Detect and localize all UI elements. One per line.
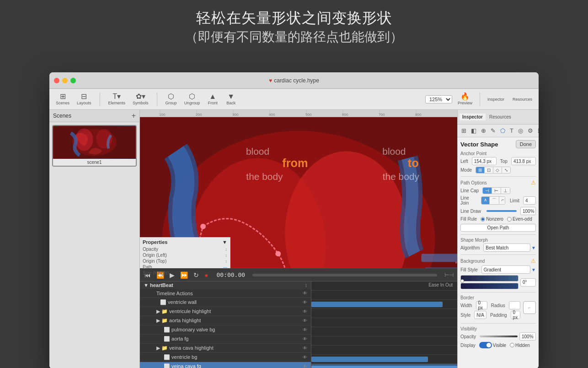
mode-btn-2[interactable]: ⊡ [485, 167, 493, 173]
eye-icon-5[interactable]: 👁 [303, 336, 307, 341]
line-draw-value[interactable]: 100% [520, 207, 536, 215]
close-button[interactable] [54, 78, 59, 83]
inspector-icon-info[interactable]: ℹ [537, 126, 539, 135]
done-button[interactable]: Done [516, 140, 536, 148]
nonzero-option[interactable]: Nonzero [481, 216, 503, 222]
eye-icon-8[interactable]: 👁 [303, 364, 307, 368]
mode-btn-1[interactable]: ⊞ [476, 167, 485, 173]
traffic-lights [54, 78, 76, 83]
timeline-progress[interactable] [252, 274, 437, 276]
prop-collapse[interactable]: ▼ [222, 239, 227, 245]
mode-btn-3[interactable]: ◇ [493, 167, 502, 173]
inspector-icon-layers[interactable]: ◧ [470, 126, 477, 135]
scene-thumbnail[interactable]: scene1 [52, 125, 137, 167]
join-btn-3[interactable]: ⌐ [499, 197, 505, 204]
limit-field[interactable]: 4 [523, 196, 536, 205]
tl-item-aorta-highlight[interactable]: ▶ 📁 aorta highlight 👁 [140, 316, 311, 325]
cap-btn-1[interactable]: ⊣ [483, 188, 492, 194]
algorithm-select[interactable]: Best Match [483, 244, 530, 252]
symbols-button[interactable]: ✿▾ Symbols [130, 92, 151, 106]
minimize-button[interactable] [62, 78, 68, 83]
inspector-icon-cursor[interactable]: ⊞ [460, 126, 467, 135]
gradient-preview-wrap [460, 275, 519, 289]
opacity-value[interactable]: 100% [519, 332, 536, 341]
eye-icon-1[interactable]: 👁 [303, 300, 307, 305]
group-button[interactable]: ⬡ Group [163, 92, 180, 106]
tl-item-ventricule-highlight[interactable]: ▶ 📁 ventricule highlight 👁 [140, 307, 311, 316]
algorithm-label: Algorithm [460, 245, 480, 250]
layouts-button[interactable]: ⊟ Layouts [74, 92, 94, 106]
opacity-slider[interactable] [480, 336, 518, 337]
line-draw-slider[interactable] [486, 210, 517, 212]
visible-option[interactable]: Visible [479, 342, 506, 348]
inspector-button[interactable]: Inspector [485, 96, 507, 103]
display-row: Display Visible Hidden [460, 342, 536, 348]
tl-item-aorta-fg[interactable]: ⬜ aorta fg 👁 [140, 335, 311, 344]
inspector-icon-anchor[interactable]: ⊕ [480, 126, 487, 135]
track-row-ventricule-highlight [311, 309, 457, 318]
front-button[interactable]: ▲ Front [204, 92, 221, 106]
tab-inspector[interactable]: Inspector [460, 114, 486, 120]
tl-item-veina-cava-fg[interactable]: ⬜ veina cava fg 👁 [140, 362, 311, 368]
cap-btn-3[interactable]: ⊥ [501, 188, 510, 194]
even-odd-option[interactable]: Even-odd [507, 216, 532, 222]
hidden-option[interactable]: Hidden [510, 343, 530, 348]
join-btn-1[interactable]: ∧ [481, 197, 490, 204]
join-btn-2[interactable]: ⌒ [490, 197, 499, 204]
mode-btn-4[interactable]: ⤡ [502, 167, 510, 173]
track-row-ventricle-bg [311, 355, 457, 364]
tl-item-ventricle-wall[interactable]: ⬜ ventricle wall 👁 [140, 298, 311, 307]
line-cap-row: Line Cap ⊣ ⊢ ⊥ [460, 187, 536, 194]
zoom-select[interactable]: 125% 100% 75% [425, 95, 452, 103]
preview-button[interactable]: 🔥 Preview [455, 92, 475, 106]
inspector-icon-pen[interactable]: ✎ [490, 126, 497, 135]
ruler-svg: 100 200 300 400 500 600 700 800 [142, 110, 455, 117]
top-value-field[interactable]: 413.8 px [511, 157, 536, 165]
eye-icon-2[interactable]: 👁 [303, 309, 307, 314]
scenes-button[interactable]: ⊞ Scenes [53, 92, 72, 106]
elements-button[interactable]: T▾ Elements [106, 92, 128, 106]
file-name: cardiac cycle.hype [274, 77, 319, 84]
tl-item-timeline-actions[interactable]: Timeline Actions 👁 [140, 289, 311, 298]
inspector-icon-text[interactable]: T [509, 126, 514, 135]
line-cap-group: ⊣ ⊢ ⊥ [482, 187, 510, 194]
track-bar-veina-cava-fg [311, 366, 457, 368]
radius-field[interactable] [509, 301, 520, 309]
tl-item-pulmonary-valve-bg[interactable]: ⬜ pulmonary valve bg 👁 [140, 325, 311, 335]
add-scene-button[interactable]: + [132, 112, 136, 120]
tab-resources[interactable]: Resources [486, 114, 514, 120]
left-value-field[interactable]: 154.3 px [472, 157, 497, 165]
tl-item-veina-cava-highlight[interactable]: ▶ 📁 veina cava highlight 👁 [140, 344, 311, 353]
gradient-stop-left[interactable] [460, 279, 464, 283]
fill-style-select-wrap: Gradient ▼ [481, 265, 536, 274]
shape-morph-label: Shape Morph [460, 238, 536, 243]
eye-icon-3[interactable]: 👁 [303, 318, 307, 323]
padding-field[interactable]: 0 px [511, 311, 520, 319]
gradient-angle-field[interactable]: 0° [520, 278, 536, 287]
line-join-label: Line Join [460, 195, 477, 206]
titlebar-title: ♥ cardiac cycle.hype [269, 77, 319, 84]
inspector-icon-shape[interactable]: ⬠ [499, 126, 506, 135]
tl-item-heartbeat[interactable]: ▼ heartBeat ↕ [140, 281, 311, 289]
tl-item-ventricle-bg[interactable]: ⬜ ventricle bg 👁 [140, 353, 311, 362]
fill-style-select[interactable]: Gradient [481, 265, 530, 274]
style-field[interactable]: N/A [474, 311, 486, 319]
eye-icon-6[interactable]: 👁 [303, 346, 307, 351]
border-width-field[interactable]: 0 px [476, 301, 487, 309]
ungroup-button[interactable]: ⬡ Ungroup [182, 92, 203, 106]
back-button[interactable]: ▼ Back [223, 92, 239, 106]
eye-icon-7[interactable]: 👁 [303, 355, 307, 360]
open-path-button[interactable]: Open Path [460, 224, 536, 232]
gradient-bar[interactable] [460, 275, 519, 281]
inspector-icons: ⊞ ◧ ⊕ ✎ ⬠ T ◎ ⚙ ℹ [458, 124, 539, 137]
vector-shape-header: Vector Shape Done [460, 140, 536, 148]
divider-3 [480, 92, 480, 106]
eye-icon-4[interactable]: 👁 [303, 327, 307, 332]
visible-toggle[interactable] [479, 342, 492, 348]
cap-btn-2[interactable]: ⊢ [492, 188, 501, 194]
eye-icon-0[interactable]: 👁 [303, 291, 307, 296]
inspector-icon-settings[interactable]: ⚙ [527, 126, 534, 135]
resources-button[interactable]: Resources [510, 96, 535, 103]
maximize-button[interactable] [70, 78, 76, 83]
inspector-icon-motion[interactable]: ◎ [517, 126, 524, 135]
